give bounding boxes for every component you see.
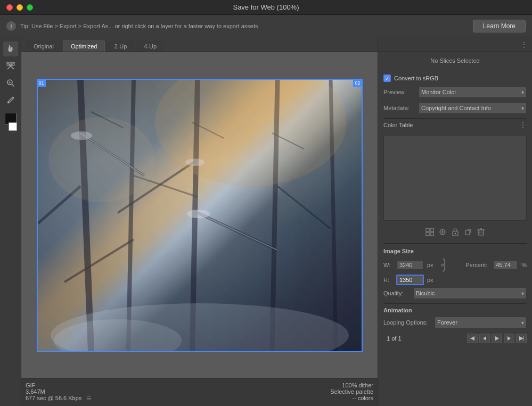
metadata-select[interactable]: Copyright and Contact Info [419,102,527,114]
svg-rect-44 [478,230,484,235]
height-row: H: px [383,275,527,285]
learn-more-button[interactable]: Learn More [473,20,526,32]
ct-icon-new[interactable] [463,227,473,237]
svg-point-33 [187,210,210,218]
zoom-tool-button[interactable] [3,76,18,90]
percent-label: Percent: [465,262,487,268]
tab-original[interactable]: Original [26,40,62,52]
looping-options-label: Looping Options: [383,319,431,326]
height-label: H: [383,277,393,283]
svg-marker-50 [470,336,474,341]
looping-options-row: Looping Options: Forever [383,317,527,328]
svg-marker-55 [519,336,523,341]
svg-rect-34 [426,228,429,231]
svg-line-23 [198,213,277,250]
color-table-area [383,136,527,221]
convert-srgb-label: Convert to sRGB [394,75,438,81]
image-format-label: GIF [26,382,330,388]
image-preview [38,80,362,351]
color-table-menu-icon[interactable]: ⋮ [519,121,527,129]
canvas-area: Original Optimized 2-Up 4-Up [21,37,378,406]
skip-to-start-button[interactable] [467,334,478,343]
slice-marker-top-left: 01 [37,79,46,87]
right-panel: ⋮ No Slices Selected ✓ Convert to sRGB P… [378,37,532,406]
convert-srgb-checkbox[interactable]: ✓ [383,74,391,82]
step-back-button[interactable] [479,334,490,343]
tab-2up[interactable]: 2-Up [106,40,135,52]
ct-icon-delete[interactable] [476,227,486,237]
right-panel-header: ⋮ [378,37,532,52]
svg-point-49 [441,264,444,266]
info-settings-icon[interactable]: ☰ [86,395,92,401]
svg-rect-35 [430,228,433,231]
image-info-bar: GIF 3.647M 677 sec @ 56.6 Kbps ☰ 100% di… [21,378,378,406]
image-size-section: Image Size W: px Percent: % [383,243,527,299]
svg-point-27 [155,80,347,186]
color-table-section-header: Color Table ⋮ [383,118,527,131]
convert-srgb-row: ✓ Convert to sRGB [383,74,527,82]
slice-marker-top-right: 02 [353,79,362,87]
tip-text: Tip: Use File > Export > Export As... or… [20,23,469,29]
preview-label: Preview: [383,89,415,95]
maximize-button[interactable] [27,4,33,11]
quality-select[interactable]: Bicubic [413,287,527,299]
quality-row: Quality: Bicubic [383,287,527,299]
height-input[interactable] [396,275,424,285]
preview-select-wrapper: Monitor Color [419,86,527,98]
view-tabs: Original Optimized 2-Up 4-Up [21,37,378,52]
percent-input[interactable] [493,260,518,270]
svg-line-8 [12,98,13,99]
svg-rect-36 [426,233,429,236]
link-constraint-icon [439,258,446,272]
zoom-label: 100% dither [330,382,373,388]
image-size-title: Image Size [383,248,527,254]
height-unit: px [427,277,433,283]
info-icon: i [6,21,16,31]
width-unit: px [427,262,433,268]
colors-label: -- colors [330,395,373,401]
preview-select[interactable]: Monitor Color [419,86,527,98]
width-label: W: [383,262,393,268]
slice-tool-button[interactable] [3,59,18,73]
playback-controls [467,332,527,345]
svg-point-28 [48,117,155,202]
quality-label: Quality: [383,290,410,296]
window-controls [6,4,33,11]
step-forward-button[interactable] [504,334,514,343]
play-button[interactable] [492,334,502,343]
svg-line-20 [64,239,134,282]
branches-overlay [38,80,362,351]
eyedropper-tool-button[interactable] [3,93,18,107]
width-row: W: px Percent: % [383,258,527,272]
tab-optimized[interactable]: Optimized [63,40,105,52]
skip-to-end-button[interactable] [516,334,527,343]
image-speed-label: 677 sec @ 56.6 Kbps ☰ [26,395,330,402]
svg-point-32 [185,159,204,166]
hand-tool-button[interactable] [3,42,18,56]
looping-select[interactable]: Forever [435,317,527,328]
svg-marker-54 [508,336,511,341]
svg-point-31 [71,131,92,140]
svg-rect-43 [465,230,470,235]
right-panel-content: ✓ Convert to sRGB Preview: Monitor Color… [378,69,532,406]
metadata-row: Metadata: Copyright and Contact Info [383,102,527,114]
ct-icon-grid[interactable] [425,227,435,237]
svg-marker-53 [495,336,499,341]
image-wrapper: 01 02 [37,79,363,352]
image-info-left: GIF 3.647M 677 sec @ 56.6 Kbps ☰ [26,382,330,402]
image-info-right: 100% dither Selective palette -- colors [330,382,373,401]
title-bar: Save for Web (100%) [0,0,532,15]
width-input[interactable] [396,260,424,270]
tab-4up[interactable]: 4-Up [136,40,165,52]
panel-menu-icon[interactable]: ⋮ [520,40,528,49]
animation-section: Animation Looping Options: Forever 1 of … [383,303,527,345]
svg-line-19 [277,186,331,229]
ct-icon-dropper[interactable] [438,227,447,237]
minimize-button[interactable] [17,4,23,11]
close-button[interactable] [6,4,13,11]
window-title: Save for Web (100%) [233,3,299,11]
ct-icon-lock[interactable] [451,227,460,237]
background-color-swatch[interactable] [9,122,17,131]
left-toolbar [0,37,21,406]
frame-counter: 1 of 1 [383,335,405,342]
